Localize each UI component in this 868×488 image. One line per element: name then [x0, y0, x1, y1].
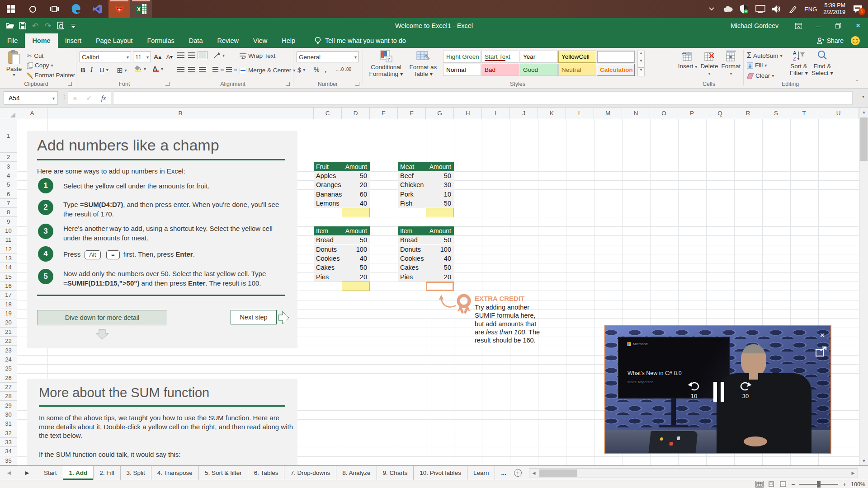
column-header-G[interactable]: G — [426, 108, 454, 119]
column-header-B[interactable]: B — [47, 108, 314, 119]
item1-row-pies[interactable]: Pies20 — [314, 272, 370, 282]
clear-button[interactable]: Clear▾ — [747, 72, 774, 79]
underline-button[interactable]: U▾ — [99, 66, 108, 74]
item1-row-donuts[interactable]: Donuts100 — [314, 245, 370, 254]
decrease-indent-button[interactable]: ⇦ — [212, 67, 224, 72]
shrink-font-button[interactable]: A▾ — [166, 54, 173, 60]
start-button-icon[interactable] — [0, 0, 22, 18]
tell-me-box[interactable]: Tell me what you want to do — [314, 33, 406, 48]
ribbon-tab-help[interactable]: Help — [274, 33, 302, 48]
excel-taskbar-icon[interactable]: X — [130, 0, 152, 18]
windows-ink-pen-icon[interactable] — [788, 4, 798, 14]
cut-button[interactable]: ✂Cut — [27, 52, 43, 59]
volume-icon[interactable] — [772, 4, 782, 14]
column-header-Q[interactable]: Q — [706, 108, 734, 119]
row-header-14[interactable]: 14 — [0, 263, 17, 272]
fill-color-button[interactable]: ▾ — [135, 65, 146, 72]
row-header-18[interactable]: 18 — [0, 300, 17, 309]
comma-style-button[interactable]: , — [325, 65, 327, 74]
ribbon-tab-view[interactable]: View — [246, 33, 274, 48]
display-connect-icon[interactable] — [755, 4, 765, 14]
vertical-scrollbar[interactable]: ▲ ▼ — [859, 108, 868, 465]
column-header-M[interactable]: M — [594, 108, 622, 119]
row-header-24[interactable]: 24 — [0, 355, 17, 364]
forward-30-button[interactable]: 30 — [739, 381, 752, 399]
fruit-row-lemons[interactable]: Lemons40 — [314, 199, 370, 208]
horizontal-scroll-thumb[interactable] — [539, 469, 577, 477]
column-header-K[interactable]: K — [538, 108, 566, 119]
defender-icon[interactable] — [739, 4, 749, 14]
column-header-N[interactable]: N — [622, 108, 650, 119]
rewind-10-button[interactable]: 10 — [688, 381, 700, 399]
alignment-dialog-launcher[interactable] — [286, 82, 290, 86]
column-header-S[interactable]: S — [762, 108, 790, 119]
ribbon-tab-page-layout[interactable]: Page Layout — [89, 33, 140, 48]
column-header-O[interactable]: O — [650, 108, 678, 119]
row-header-7[interactable]: 7 — [0, 199, 17, 208]
row-header-27[interactable]: 27 — [0, 383, 17, 392]
pop-out-video-icon[interactable] — [815, 346, 828, 358]
increase-decimal-button[interactable]: ←.0 .00 — [335, 67, 351, 72]
item1-table-header[interactable]: ItemAmount — [314, 226, 370, 235]
column-header-C[interactable]: C — [314, 108, 342, 119]
video-player-overlay[interactable]: Microsoft What's New in C# 8.0 Mads Torg… — [604, 325, 831, 454]
row-header-32[interactable]: 32 — [0, 429, 17, 438]
page-break-view-icon[interactable] — [779, 481, 787, 487]
bottom-align-button[interactable] — [199, 52, 206, 58]
name-box-dropdown-icon[interactable]: ▾ — [52, 96, 55, 101]
dive-down-button[interactable]: Dive down for more detail — [37, 310, 167, 325]
zoom-slider[interactable] — [799, 481, 838, 488]
meat-yellow-answer-cell[interactable] — [426, 208, 454, 217]
row-header-3[interactable]: 3 — [0, 162, 17, 171]
cell-style-calculation[interactable]: Calculation — [597, 64, 635, 76]
fill-button[interactable]: Fill▾ — [747, 62, 767, 69]
sheet-tab-6-tables[interactable]: 6. Tables — [248, 466, 285, 480]
minimize-button[interactable]: – — [808, 18, 828, 33]
sheet-tab-7-drop-downs[interactable]: 7. Drop-downs — [284, 466, 336, 480]
number-format-select[interactable]: General▾ — [297, 52, 359, 62]
row-header-30[interactable]: 30 — [0, 410, 17, 419]
sheet-tab-1-add[interactable]: 1. Add — [63, 466, 94, 480]
action-center-icon[interactable]: 1 — [852, 4, 863, 14]
column-header-H[interactable]: H — [454, 108, 482, 119]
item1-yellow-answer-cell[interactable] — [342, 282, 370, 291]
sheet-tab-overflow[interactable]: ... — [495, 466, 512, 480]
borders-button[interactable]: ⊞▾ — [117, 66, 127, 75]
row-header-28[interactable]: 28 — [0, 392, 17, 401]
grow-font-button[interactable]: A▴ — [154, 53, 162, 61]
cell-style-bad[interactable]: Bad — [481, 64, 519, 76]
align-center-button[interactable] — [188, 67, 195, 72]
format-cells-button[interactable]: Format ▾ — [721, 51, 741, 77]
delete-cells-button[interactable]: Delete ▾ — [699, 51, 720, 77]
row-header-35[interactable]: 35 — [0, 456, 17, 465]
column-header-J[interactable]: J — [510, 108, 538, 119]
scroll-left-icon[interactable]: ◀ — [529, 469, 538, 478]
sheet-tab-2-fill[interactable]: 2. Fill — [94, 466, 120, 480]
row-header-23[interactable]: 23 — [0, 346, 17, 355]
ribbon-tab-home[interactable]: Home — [25, 33, 57, 48]
close-video-icon[interactable]: × — [818, 331, 827, 340]
column-header-U[interactable]: U — [818, 108, 859, 119]
insert-cells-button[interactable]: Insert ▾ — [677, 51, 698, 70]
font-family-select[interactable]: Calibri▾ — [80, 52, 131, 62]
autosum-button[interactable]: ΣAutoSum▾ — [747, 52, 782, 60]
name-box[interactable]: A54 ▾ — [4, 91, 58, 105]
bold-button[interactable]: B — [80, 66, 85, 74]
sheet-tab-8-analyze[interactable]: 8. Analyze — [336, 466, 377, 480]
zoom-in-button[interactable]: + — [843, 481, 846, 488]
edge-icon[interactable] — [65, 0, 87, 18]
row-header-16[interactable]: 16 — [0, 282, 17, 291]
share-button[interactable]: Share — [817, 33, 844, 48]
enter-formula-icon[interactable]: ✓ — [86, 94, 92, 102]
row-header-26[interactable]: 26 — [0, 373, 17, 382]
fox-app-icon[interactable] — [108, 0, 130, 18]
zoom-slider-thumb[interactable] — [817, 481, 821, 488]
new-sheet-button[interactable]: + — [514, 466, 522, 480]
cell-style-blank-selected[interactable] — [597, 51, 635, 63]
row-header-34[interactable]: 34 — [0, 447, 17, 456]
item2-row-cakes[interactable]: Cakes50 — [398, 263, 454, 272]
formula-input[interactable] — [113, 91, 853, 105]
format-as-table-button[interactable]: Format asTable ▾ — [407, 50, 439, 77]
cancel-formula-icon[interactable]: × — [73, 94, 77, 102]
row-header-33[interactable]: 33 — [0, 438, 17, 447]
